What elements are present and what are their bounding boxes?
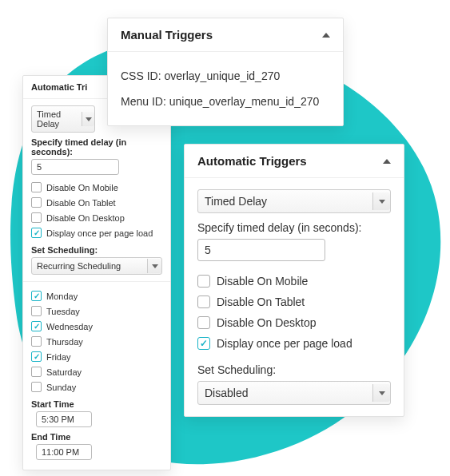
trigger-type-select[interactable]: Timed Delay — [31, 105, 95, 133]
checkbox-label: Disable On Desktop — [217, 316, 317, 329]
start-time-label: Start Time — [31, 399, 162, 409]
start-time-input[interactable]: 5:30 PM — [36, 411, 92, 427]
checkbox-label: Display once per page load — [46, 228, 153, 238]
checkbox-label: Disable On Desktop — [46, 213, 125, 223]
panel-header[interactable]: Automatic Triggers — [185, 145, 404, 178]
menu-id-value: unique_overlay_menu_id_270 — [169, 95, 320, 108]
panel-title: Manual Triggers — [121, 28, 213, 42]
automatic-triggers-panel-back: Automatic Tri Timed Delay Specify timed … — [22, 75, 171, 470]
automatic-triggers-panel: Automatic Triggers Timed Delay Specify t… — [184, 144, 404, 417]
day-wednesday-checkbox[interactable]: ✓ — [31, 321, 42, 331]
checkbox-label: Tuesday — [46, 307, 80, 316]
delay-label: Specify timed delay (in seconds): — [197, 221, 391, 234]
disable-tablet-checkbox[interactable] — [31, 197, 42, 208]
checkbox-label: Monday — [46, 292, 78, 301]
css-id-label: CSS ID: — [121, 69, 161, 82]
scheduling-label: Set Scheduling: — [31, 245, 162, 255]
check-icon: ✓ — [34, 292, 40, 300]
collapse-icon — [383, 159, 391, 164]
delay-label: Specify timed delay (in seconds): — [31, 137, 162, 157]
trigger-type-select[interactable]: Timed Delay — [197, 189, 391, 213]
chevron-down-icon — [379, 391, 385, 395]
scheduling-label: Set Scheduling: — [197, 363, 391, 376]
checkbox-label: Disable On Mobile — [46, 183, 118, 192]
checkbox-label: Thursday — [46, 337, 83, 347]
collapse-icon — [322, 33, 330, 38]
check-icon: ✓ — [34, 323, 40, 331]
scheduling-select[interactable]: Recurring Scheduling — [31, 257, 162, 275]
css-id-row: CSS ID: overlay_unique_id_270 — [121, 63, 330, 89]
checkbox-label: Disable On Mobile — [217, 275, 308, 288]
chevron-down-icon — [379, 200, 385, 204]
checkbox-label: Display once per page load — [217, 337, 352, 350]
disable-mobile-checkbox[interactable] — [31, 182, 42, 192]
checkbox-label: Disable On Tablet — [46, 198, 116, 208]
manual-triggers-panel: Manual Triggers CSS ID: overlay_unique_i… — [107, 18, 344, 126]
day-sunday-checkbox[interactable] — [31, 382, 42, 392]
select-value: Recurring Scheduling — [37, 261, 121, 271]
css-id-value: overlay_unique_id_270 — [164, 69, 280, 82]
display-once-checkbox[interactable]: ✓ — [31, 228, 42, 238]
select-value: Disabled — [205, 387, 248, 399]
check-icon: ✓ — [200, 339, 208, 348]
check-icon: ✓ — [34, 353, 40, 361]
display-once-checkbox[interactable]: ✓ — [197, 337, 210, 350]
end-time-label: End Time — [31, 432, 162, 442]
select-value: Timed Delay — [37, 109, 78, 129]
disable-desktop-checkbox[interactable] — [197, 316, 210, 329]
select-value: Timed Delay — [205, 195, 267, 208]
end-time-input[interactable]: 11:00 PM — [36, 444, 92, 460]
panel-header[interactable]: Manual Triggers — [108, 18, 343, 52]
checkbox-label: Saturday — [46, 367, 82, 377]
scheduling-select[interactable]: Disabled — [197, 381, 391, 405]
check-icon: ✓ — [34, 229, 40, 237]
disable-desktop-checkbox[interactable] — [31, 212, 42, 223]
day-tuesday-checkbox[interactable] — [31, 306, 42, 316]
day-saturday-checkbox[interactable] — [31, 367, 42, 377]
panel-title: Automatic Tri — [31, 82, 87, 92]
chevron-down-icon — [152, 264, 158, 268]
disable-tablet-checkbox[interactable] — [197, 296, 210, 308]
delay-input[interactable]: 5 — [197, 239, 325, 261]
menu-id-label: Menu ID: — [121, 95, 166, 108]
delay-input[interactable]: 5 — [31, 159, 119, 175]
checkbox-label: Sunday — [46, 383, 76, 392]
chevron-down-icon — [86, 117, 92, 121]
checkbox-label: Disable On Tablet — [217, 296, 305, 308]
panel-title: Automatic Triggers — [197, 154, 307, 168]
day-monday-checkbox[interactable]: ✓ — [31, 291, 42, 301]
menu-id-row: Menu ID: unique_overlay_menu_id_270 — [121, 89, 330, 114]
day-friday-checkbox[interactable]: ✓ — [31, 351, 42, 362]
disable-mobile-checkbox[interactable] — [197, 275, 210, 288]
checkbox-label: Wednesday — [46, 322, 93, 331]
day-thursday-checkbox[interactable] — [31, 336, 42, 347]
checkbox-label: Friday — [46, 352, 71, 362]
